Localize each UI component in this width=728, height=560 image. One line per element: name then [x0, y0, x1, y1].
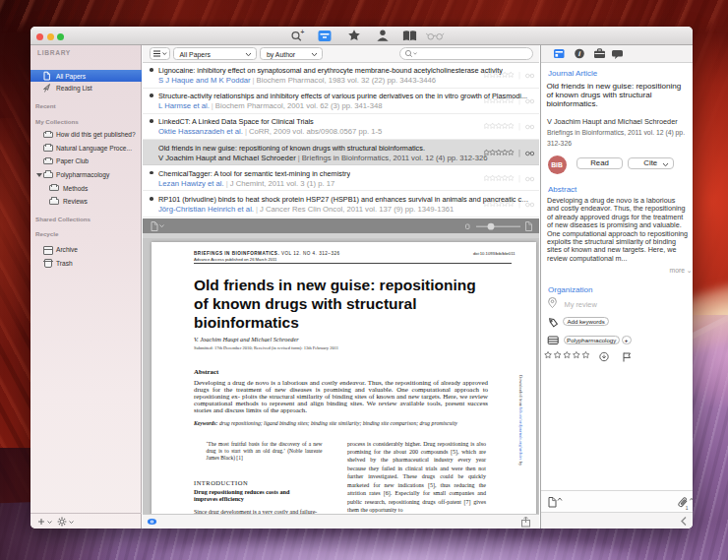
svg-text:1: 1	[685, 505, 688, 510]
svg-text:+: +	[301, 29, 305, 35]
